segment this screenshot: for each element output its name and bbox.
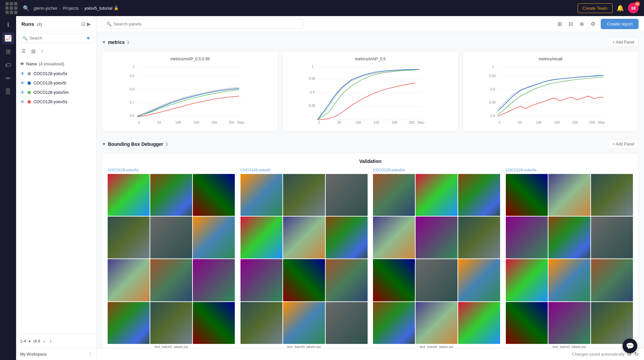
bb-image[interactable]	[548, 302, 590, 344]
run-item-yolov5x[interactable]: 👁 COCO128-yolov5x	[16, 69, 96, 78]
bb-image[interactable]	[108, 174, 150, 216]
bb-image[interactable]	[193, 174, 235, 216]
bb-image[interactable]	[283, 174, 325, 216]
create-report-button[interactable]: Create report	[601, 19, 639, 29]
bb-col-label-yolov5l[interactable]: COCO128-yolov5l	[240, 168, 368, 172]
metrics-count: 3	[127, 40, 129, 45]
runs-header-icons[interactable]: ⊟ ▶	[81, 21, 91, 27]
pagination-prev-button[interactable]: ‹	[42, 338, 46, 345]
bb-image[interactable]	[373, 259, 415, 301]
bb-image[interactable]	[283, 217, 325, 258]
bb-image[interactable]	[506, 302, 548, 344]
bb-image[interactable]	[150, 302, 192, 344]
bb-image[interactable]	[373, 302, 415, 344]
bb-image[interactable]	[416, 217, 458, 258]
bb-image[interactable]	[416, 302, 458, 344]
bb-image[interactable]	[373, 174, 415, 216]
columns-button[interactable]: ▤	[30, 47, 37, 55]
bb-image[interactable]	[108, 259, 150, 301]
bb-image[interactable]	[326, 259, 368, 301]
bb-image[interactable]	[240, 174, 282, 216]
bounding-box-collapse-icon[interactable]: ▼	[102, 142, 106, 146]
metrics-add-panel-button[interactable]: + Add Panel	[608, 38, 639, 47]
bb-image[interactable]	[591, 302, 633, 344]
sort-button[interactable]: ↕	[40, 47, 45, 55]
bb-col-label-yolov5x[interactable]: COCO128-yolov5x	[108, 168, 235, 172]
bb-image[interactable]	[506, 174, 548, 216]
bb-image[interactable]	[240, 217, 282, 258]
bb-image[interactable]	[548, 174, 590, 216]
bb-image[interactable]	[458, 302, 500, 344]
sidebar-icon-brush[interactable]: ✏	[2, 72, 14, 84]
expand-icon[interactable]: ▶	[87, 21, 91, 27]
eye-icon-yolov5m[interactable]: 👁	[20, 90, 25, 95]
bb-image[interactable]	[326, 302, 368, 344]
bb-image[interactable]	[326, 174, 368, 216]
sidebar-icon-info[interactable]: ℹ	[2, 19, 14, 31]
bounding-box-add-panel-button[interactable]: + Add Panel	[608, 139, 639, 149]
create-team-button[interactable]: Create Team	[578, 3, 612, 13]
search-panels-input[interactable]	[114, 21, 299, 26]
sidebar-icon-database[interactable]: 🗄	[2, 86, 14, 98]
pagination-dropdown-icon[interactable]: ▼	[28, 340, 31, 343]
bb-image[interactable]	[150, 259, 192, 301]
bb-image[interactable]	[591, 259, 633, 301]
panel-view-toggle-button[interactable]: ⊞	[555, 19, 564, 29]
redo-button[interactable]: ↻	[634, 351, 639, 357]
bb-image[interactable]	[458, 217, 500, 258]
runs-search-input[interactable]	[30, 36, 85, 41]
bb-image[interactable]	[193, 259, 235, 301]
bb-col-label-yolov5m[interactable]: COCO128-yolov5m	[373, 168, 500, 172]
columns-icon[interactable]: ⊟	[81, 21, 86, 27]
run-item-yolov5l[interactable]: 👁 COCO128-yolov5l	[16, 78, 96, 88]
bb-image[interactable]	[240, 259, 282, 301]
bb-image[interactable]	[548, 259, 590, 301]
bb-image[interactable]	[458, 259, 500, 301]
bb-image[interactable]	[283, 302, 325, 344]
bb-image[interactable]	[150, 217, 192, 258]
panel-settings-button[interactable]: ⚙	[589, 19, 597, 29]
bb-image[interactable]	[548, 217, 590, 258]
bb-image[interactable]	[283, 259, 325, 301]
sidebar-icon-tag[interactable]: 🏷	[2, 59, 14, 71]
svg-text:0.8: 0.8	[490, 114, 495, 118]
eye-icon-yolov5x[interactable]: 👁	[20, 71, 25, 76]
breadcrumb-projects[interactable]: Projects	[63, 6, 79, 11]
metrics-collapse-icon[interactable]: ▼	[102, 40, 106, 45]
bb-image[interactable]	[591, 174, 633, 216]
bb-image[interactable]	[108, 302, 150, 344]
sidebar-icon-table[interactable]: ⊞	[2, 46, 14, 58]
bb-image[interactable]	[416, 174, 458, 216]
user-avatar[interactable]: 38 38	[628, 3, 639, 13]
notification-bell-icon[interactable]: 🔔	[616, 4, 624, 12]
filter-star-icon[interactable]: ✱	[87, 36, 90, 41]
bb-image[interactable]	[193, 302, 235, 344]
workspace-menu-icon[interactable]: ⋮	[88, 352, 92, 357]
breadcrumb-user[interactable]: glenn-jocher	[34, 6, 58, 11]
bb-image[interactable]	[150, 174, 192, 216]
filter-button[interactable]: ☰	[20, 47, 27, 55]
eye-icon-yolov5s[interactable]: 👁	[20, 99, 25, 105]
bb-image[interactable]	[108, 217, 150, 258]
bb-col-label-yolov5s[interactable]: COCO128-yolov5s	[506, 168, 633, 172]
bb-image[interactable]	[506, 217, 548, 258]
bb-image[interactable]	[506, 259, 548, 301]
bb-image[interactable]	[591, 217, 633, 258]
bb-image[interactable]	[240, 302, 282, 344]
pagination-range: 1-4	[20, 339, 26, 344]
run-item-yolov5s[interactable]: 👁 COCO128-yolov5s	[16, 97, 96, 107]
search-icon[interactable]: 🔍	[23, 5, 30, 11]
pagination-next-button[interactable]: ›	[49, 338, 53, 345]
sidebar-icon-chart[interactable]: 📈	[2, 32, 14, 44]
bb-image[interactable]	[416, 259, 458, 301]
panel-grid-view-button[interactable]: ⊕	[578, 19, 586, 29]
bb-image[interactable]	[193, 217, 235, 258]
app-grid-icon[interactable]	[5, 2, 17, 14]
bb-image[interactable]	[458, 174, 500, 216]
eye-icon-yolov5l[interactable]: 👁	[20, 80, 25, 86]
bb-image[interactable]	[326, 217, 368, 258]
run-item-yolov5m[interactable]: 👁 COCO128-yolov5m	[16, 88, 96, 97]
chat-bubble[interactable]: 💬	[623, 339, 637, 353]
bb-image[interactable]	[373, 217, 415, 258]
panel-list-view-button[interactable]: ⊟	[567, 19, 575, 29]
